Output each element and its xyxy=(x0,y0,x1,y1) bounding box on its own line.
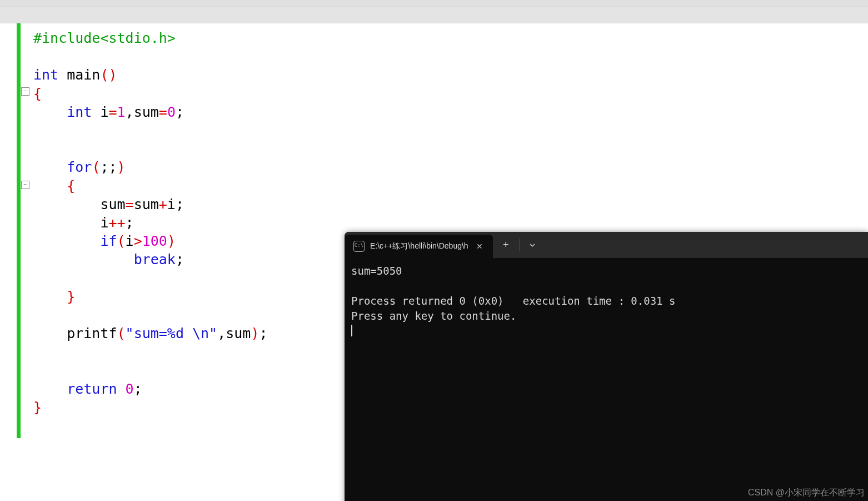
watermark: CSDN @小宋同学在不断学习 xyxy=(748,487,865,499)
op: = xyxy=(108,104,117,120)
op: = xyxy=(159,104,167,120)
brace: { xyxy=(67,178,75,194)
num: 100 xyxy=(142,233,167,249)
paren: ) xyxy=(108,67,117,83)
kw-for: for xyxy=(67,159,92,175)
semi: ; xyxy=(176,196,184,212)
id: sum xyxy=(100,196,125,212)
op: + xyxy=(159,196,167,212)
brace: } xyxy=(33,399,42,415)
code-editor[interactable]: − − #include<stdio.h> int main() { int i… xyxy=(0,23,868,501)
string: "sum=%d \n" xyxy=(126,325,218,341)
new-tab-button[interactable]: + xyxy=(493,232,519,258)
kw-return: return xyxy=(67,381,117,397)
terminal-cursor xyxy=(351,325,352,336)
paren: ) xyxy=(167,233,176,249)
id: ,sum xyxy=(217,325,251,341)
id: i xyxy=(100,215,108,231)
id: i xyxy=(92,104,108,120)
change-marker-bar xyxy=(17,23,21,438)
output-line: Process returned 0 (0x0) execution time … xyxy=(351,295,675,307)
preprocessor-line: #include<stdio.h> xyxy=(33,30,176,46)
editor-gutter xyxy=(0,23,19,501)
op: = xyxy=(126,196,134,212)
kw-if: if xyxy=(100,233,117,249)
brace: { xyxy=(33,86,42,102)
output-line: Press any key to continue. xyxy=(351,310,516,322)
paren: ( xyxy=(92,159,100,175)
terminal-tab[interactable]: C:\ E:\c++练习\helli\bin\Debug\h ✕ xyxy=(345,235,493,258)
id: i xyxy=(126,233,134,249)
fold-toggle-main[interactable]: − xyxy=(21,87,29,96)
semi: ; xyxy=(134,381,142,397)
kw-int: int xyxy=(33,67,58,83)
cmd-icon: C:\ xyxy=(353,241,365,252)
num: 0 xyxy=(167,104,176,120)
id-main: main xyxy=(58,67,100,83)
num: 1 xyxy=(117,104,126,120)
op: ++ xyxy=(108,215,125,231)
output-line: sum=5050 xyxy=(351,265,402,277)
semi: ; xyxy=(259,325,267,341)
paren: ) xyxy=(117,159,126,175)
paren: ( xyxy=(100,67,108,83)
semi: ; xyxy=(126,215,134,231)
id: ,sum xyxy=(126,104,159,120)
terminal-tab-title: E:\c++练习\helli\bin\Debug\h xyxy=(370,241,468,251)
terminal-output[interactable]: sum=5050 Process returned 0 (0x0) execut… xyxy=(345,258,868,344)
terminal-window[interactable]: C:\ E:\c++练习\helli\bin\Debug\h ✕ + sum=5… xyxy=(345,232,868,501)
id: sum xyxy=(134,196,159,212)
chevron-down-icon xyxy=(529,242,536,249)
semi: ;; xyxy=(100,159,117,175)
paren: ( xyxy=(117,325,126,341)
semi: ; xyxy=(176,251,184,267)
id-printf: printf xyxy=(67,325,117,341)
tab-dropdown-button[interactable] xyxy=(520,232,546,258)
kw-int: int xyxy=(67,104,92,120)
paren: ) xyxy=(251,325,259,341)
op: > xyxy=(134,233,142,249)
brace: } xyxy=(67,289,75,305)
close-tab-button[interactable]: ✕ xyxy=(474,242,485,251)
id: i xyxy=(167,196,176,212)
num: 0 xyxy=(117,381,134,397)
fold-toggle-for[interactable]: − xyxy=(21,181,29,189)
semi: ; xyxy=(176,104,184,120)
toolbar-spacer xyxy=(0,7,868,23)
kw-break: break xyxy=(134,251,176,267)
top-toolbar-strip xyxy=(0,0,868,7)
terminal-titlebar[interactable]: C:\ E:\c++练习\helli\bin\Debug\h ✕ + xyxy=(345,232,868,258)
paren: ( xyxy=(117,233,126,249)
